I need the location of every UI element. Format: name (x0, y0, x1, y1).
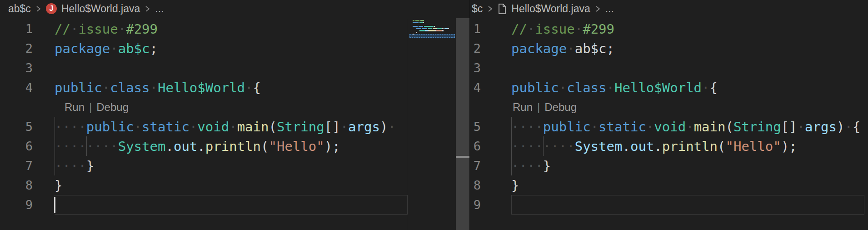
code-line[interactable]: 6········System.out.println("Hello"); (0, 136, 408, 156)
code-line[interactable]: 3 (470, 58, 868, 78)
line-number[interactable]: 3 (470, 61, 481, 75)
codelens-separator: | (533, 101, 544, 113)
code-line[interactable]: 6········System.out.println("Hello"); (470, 136, 868, 156)
code-text: } (511, 178, 519, 193)
code-text: //·issue·#299 (511, 21, 614, 37)
line-number[interactable]: 2 (0, 41, 33, 55)
codelens-separator: | (85, 101, 96, 113)
current-line-highlight (55, 195, 408, 215)
line-number[interactable]: 6 (470, 139, 481, 153)
minimap-line (413, 26, 435, 27)
code-text: ····public·static·void·main(String[]·arg… (511, 119, 860, 135)
line-number[interactable]: 9 (0, 198, 33, 212)
minimap-line (413, 32, 417, 33)
code-line[interactable]: 4public·class·Hello$World·{ (470, 78, 868, 97)
indent-guide (86, 136, 87, 156)
code-text: ····public·static·void·main(String[]·arg… (55, 119, 396, 135)
minimap-current-line (409, 34, 455, 38)
line-number[interactable]: 1 (470, 22, 481, 36)
minimap-line (413, 34, 414, 35)
current-line-highlight (511, 195, 864, 215)
minimap[interactable] (408, 19, 456, 230)
code-line[interactable]: 1//·issue·#299 (470, 19, 868, 39)
line-number[interactable]: 7 (0, 159, 33, 173)
codelens-run-link[interactable]: Run (513, 101, 533, 113)
java-file-icon: J (46, 3, 57, 14)
code-text: ········System.out.println("Hello"); (511, 139, 797, 154)
breadcrumb-file[interactable]: Hello$World.java (61, 3, 140, 15)
code-line[interactable]: 8} (0, 175, 408, 195)
code-line[interactable]: 4public·class·Hello$World·{ (0, 78, 408, 97)
code-text: ····} (55, 158, 94, 174)
minimap-line (413, 30, 444, 31)
codelens-run-link[interactable]: Run (65, 101, 85, 113)
codelens-row: Run|Debug (470, 97, 868, 117)
code-area[interactable]: 1//·issue·#2992package·ab$c;34public·cla… (0, 19, 408, 215)
code-line[interactable]: 7····} (470, 156, 868, 175)
chevron-right-icon (145, 5, 150, 13)
chevron-right-icon (595, 5, 601, 13)
breadcrumb-file[interactable]: Hello$World.java (511, 3, 590, 15)
code-text: package·ab$c; (511, 41, 614, 56)
line-number[interactable]: 3 (0, 61, 33, 75)
code-text: package·ab$c; (55, 41, 158, 56)
code-text: public·class·Hello$World·{ (55, 80, 261, 95)
code-text: //·issue·#299 (55, 21, 158, 37)
chevron-right-icon (35, 5, 41, 13)
scrollbar-divider[interactable] (456, 18, 469, 230)
chevron-right-icon (487, 5, 493, 13)
line-number[interactable]: 6 (0, 139, 33, 153)
breadcrumb-overflow[interactable]: ... (155, 3, 164, 15)
breadcrumb: $c Hello$World.java ... (470, 0, 868, 17)
editor-pane-right: $c Hello$World.java ... 1//·issue·#2992p… (469, 0, 868, 230)
editor-pane-left: ab$c J Hello$World.java ... 1//·issue·#2… (0, 0, 456, 230)
editor-window: ab$c J Hello$World.java ... 1//·issue·#2… (0, 0, 868, 230)
code-line[interactable]: 7····} (0, 156, 408, 175)
line-number[interactable]: 1 (0, 22, 33, 36)
breadcrumb-folder[interactable]: $c (472, 3, 483, 15)
overview-ruler-cursor-mark (456, 156, 469, 158)
indent-guide (55, 117, 55, 175)
line-number[interactable]: 4 (0, 80, 33, 95)
code-line[interactable]: 5····public·static·void·main(String[]·ar… (0, 117, 408, 136)
code-line[interactable]: 2package·ab$c; (0, 39, 408, 58)
text-cursor (54, 197, 55, 213)
breadcrumb: ab$c J Hello$World.java ... (0, 0, 456, 17)
breadcrumb-folder[interactable]: ab$c (8, 3, 31, 15)
minimap-line (413, 20, 424, 21)
minimap-line (413, 28, 450, 29)
code-line[interactable]: 3 (0, 58, 408, 78)
line-number[interactable]: 9 (470, 198, 481, 212)
line-number[interactable]: 8 (470, 178, 481, 192)
indent-guide (543, 136, 544, 156)
codelens-debug-link[interactable]: Debug (544, 101, 577, 113)
code-text: ····} (511, 158, 551, 174)
line-number[interactable]: 5 (470, 120, 481, 134)
code-text: ········System.out.println("Hello"); (55, 139, 340, 154)
code-line[interactable]: 5····public·static·void·main(String[]·ar… (470, 117, 868, 136)
line-number[interactable]: 7 (470, 159, 481, 173)
code-line[interactable]: 1//·issue·#299 (0, 19, 408, 39)
breadcrumb-overflow[interactable]: ... (605, 3, 614, 15)
file-icon (498, 3, 507, 15)
code-text: public·class·Hello$World·{ (511, 80, 718, 95)
line-number[interactable]: 8 (0, 178, 33, 192)
line-number[interactable]: 5 (0, 120, 33, 134)
code-text: } (55, 178, 62, 193)
line-number[interactable]: 4 (470, 80, 481, 95)
indent-guide (511, 117, 512, 175)
codelens-debug-link[interactable]: Debug (96, 101, 129, 113)
code-line[interactable]: 2package·ab$c; (470, 39, 868, 58)
line-number[interactable]: 2 (470, 41, 481, 55)
code-line[interactable]: 8} (470, 175, 868, 195)
minimap-line (413, 22, 424, 23)
code-area[interactable]: 1//·issue·#2992package·ab$c;34public·cla… (470, 19, 868, 215)
codelens-row: Run|Debug (0, 97, 408, 117)
